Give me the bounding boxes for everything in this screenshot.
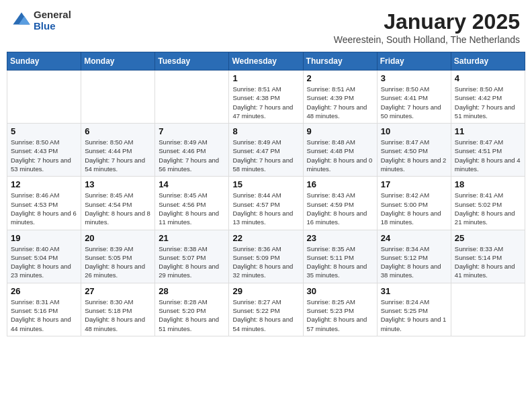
table-row: 5Sunrise: 8:50 AM Sunset: 4:43 PM Daylig…: [7, 124, 81, 177]
day-info: Sunrise: 8:31 AM Sunset: 5:16 PM Dayligh…: [11, 298, 77, 333]
table-row: 4Sunrise: 8:50 AM Sunset: 4:42 PM Daylig…: [451, 71, 525, 124]
day-number: 20: [85, 233, 151, 243]
day-info: Sunrise: 8:45 AM Sunset: 4:56 PM Dayligh…: [159, 191, 225, 226]
table-row: 20Sunrise: 8:39 AM Sunset: 5:05 PM Dayli…: [81, 230, 155, 283]
table-row: 6Sunrise: 8:50 AM Sunset: 4:44 PM Daylig…: [81, 124, 155, 177]
table-row: 19Sunrise: 8:40 AM Sunset: 5:04 PM Dayli…: [7, 230, 81, 283]
weekday-header-row: Sunday Monday Tuesday Wednesday Thursday…: [7, 52, 525, 71]
day-number: 5: [11, 126, 77, 136]
day-info: Sunrise: 8:28 AM Sunset: 5:20 PM Dayligh…: [159, 298, 225, 333]
day-number: 21: [159, 233, 225, 243]
day-number: 10: [381, 126, 447, 136]
logo-general-label: General: [34, 9, 71, 21]
table-row: 23Sunrise: 8:35 AM Sunset: 5:11 PM Dayli…: [303, 230, 377, 283]
day-info: Sunrise: 8:50 AM Sunset: 4:41 PM Dayligh…: [381, 85, 447, 120]
day-info: Sunrise: 8:50 AM Sunset: 4:42 PM Dayligh…: [455, 85, 521, 120]
table-row: 26Sunrise: 8:31 AM Sunset: 5:16 PM Dayli…: [7, 283, 81, 336]
table-row: 31Sunrise: 8:24 AM Sunset: 5:25 PM Dayli…: [377, 283, 451, 336]
day-number: 8: [232, 126, 299, 136]
day-number: 1: [232, 73, 299, 83]
day-info: Sunrise: 8:49 AM Sunset: 4:46 PM Dayligh…: [159, 138, 225, 173]
day-number: 26: [11, 286, 77, 296]
day-info: Sunrise: 8:38 AM Sunset: 5:07 PM Dayligh…: [159, 244, 225, 280]
day-info: Sunrise: 8:39 AM Sunset: 5:05 PM Dayligh…: [85, 244, 151, 280]
calendar-week-row: 26Sunrise: 8:31 AM Sunset: 5:16 PM Dayli…: [7, 283, 525, 336]
table-row: [7, 71, 81, 124]
day-info: Sunrise: 8:27 AM Sunset: 5:22 PM Dayligh…: [232, 298, 299, 333]
day-info: Sunrise: 8:42 AM Sunset: 5:00 PM Dayligh…: [381, 191, 447, 226]
day-number: 11: [455, 126, 521, 136]
day-info: Sunrise: 8:34 AM Sunset: 5:12 PM Dayligh…: [381, 244, 447, 280]
calendar-table: Sunday Monday Tuesday Wednesday Thursday…: [7, 52, 525, 336]
table-row: 28Sunrise: 8:28 AM Sunset: 5:20 PM Dayli…: [155, 283, 229, 336]
day-number: 15: [232, 179, 299, 189]
header-tuesday: Tuesday: [155, 52, 229, 71]
calendar-week-row: 19Sunrise: 8:40 AM Sunset: 5:04 PM Dayli…: [7, 230, 525, 283]
day-number: 13: [85, 179, 151, 189]
day-info: Sunrise: 8:44 AM Sunset: 4:57 PM Dayligh…: [232, 191, 299, 226]
day-number: 29: [232, 286, 299, 296]
day-info: Sunrise: 8:50 AM Sunset: 4:44 PM Dayligh…: [85, 138, 151, 173]
table-row: 18Sunrise: 8:41 AM Sunset: 5:02 PM Dayli…: [451, 177, 525, 230]
day-info: Sunrise: 8:48 AM Sunset: 4:48 PM Dayligh…: [307, 138, 373, 173]
day-number: 9: [307, 126, 373, 136]
day-info: Sunrise: 8:45 AM Sunset: 4:54 PM Dayligh…: [85, 191, 151, 226]
day-info: Sunrise: 8:51 AM Sunset: 4:39 PM Dayligh…: [307, 85, 373, 120]
table-row: 17Sunrise: 8:42 AM Sunset: 5:00 PM Dayli…: [377, 177, 451, 230]
day-number: 12: [11, 179, 77, 189]
day-info: Sunrise: 8:30 AM Sunset: 5:18 PM Dayligh…: [85, 298, 151, 333]
day-info: Sunrise: 8:35 AM Sunset: 5:11 PM Dayligh…: [307, 244, 373, 280]
table-row: 2Sunrise: 8:51 AM Sunset: 4:39 PM Daylig…: [303, 71, 377, 124]
day-number: 31: [381, 286, 447, 296]
day-info: Sunrise: 8:33 AM Sunset: 5:14 PM Dayligh…: [455, 244, 521, 280]
calendar-week-row: 1Sunrise: 8:51 AM Sunset: 4:38 PM Daylig…: [7, 71, 525, 124]
table-row: 8Sunrise: 8:49 AM Sunset: 4:47 PM Daylig…: [229, 124, 303, 177]
day-info: Sunrise: 8:41 AM Sunset: 5:02 PM Dayligh…: [455, 191, 521, 226]
header-sunday: Sunday: [7, 52, 81, 71]
day-number: 4: [455, 73, 521, 83]
logo-icon: [12, 11, 31, 30]
logo-text: General Blue: [34, 9, 71, 32]
day-info: Sunrise: 8:24 AM Sunset: 5:25 PM Dayligh…: [381, 298, 447, 333]
calendar-location: Weerestein, South Holland, The Netherlan…: [334, 34, 520, 45]
table-row: 21Sunrise: 8:38 AM Sunset: 5:07 PM Dayli…: [155, 230, 229, 283]
table-row: [155, 71, 229, 124]
day-info: Sunrise: 8:43 AM Sunset: 4:59 PM Dayligh…: [307, 191, 373, 226]
header-wednesday: Wednesday: [229, 52, 303, 71]
table-row: 24Sunrise: 8:34 AM Sunset: 5:12 PM Dayli…: [377, 230, 451, 283]
table-row: [81, 71, 155, 124]
logo: General Blue: [12, 9, 71, 32]
day-info: Sunrise: 8:36 AM Sunset: 5:09 PM Dayligh…: [232, 244, 299, 280]
table-row: 30Sunrise: 8:25 AM Sunset: 5:23 PM Dayli…: [303, 283, 377, 336]
calendar-week-row: 5Sunrise: 8:50 AM Sunset: 4:43 PM Daylig…: [7, 124, 525, 177]
day-number: 30: [307, 286, 373, 296]
header-friday: Friday: [377, 52, 451, 71]
day-number: 23: [307, 233, 373, 243]
table-row: 3Sunrise: 8:50 AM Sunset: 4:41 PM Daylig…: [377, 71, 451, 124]
calendar-title: January 2025: [334, 9, 520, 34]
table-row: 29Sunrise: 8:27 AM Sunset: 5:22 PM Dayli…: [229, 283, 303, 336]
table-row: 12Sunrise: 8:46 AM Sunset: 4:53 PM Dayli…: [7, 177, 81, 230]
day-info: Sunrise: 8:47 AM Sunset: 4:51 PM Dayligh…: [455, 138, 521, 173]
day-number: 14: [159, 179, 225, 189]
day-info: Sunrise: 8:51 AM Sunset: 4:38 PM Dayligh…: [232, 85, 299, 120]
day-number: 2: [307, 73, 373, 83]
table-row: [451, 283, 525, 336]
day-info: Sunrise: 8:50 AM Sunset: 4:43 PM Dayligh…: [11, 138, 77, 173]
day-number: 6: [85, 126, 151, 136]
day-info: Sunrise: 8:25 AM Sunset: 5:23 PM Dayligh…: [307, 298, 373, 333]
table-row: 13Sunrise: 8:45 AM Sunset: 4:54 PM Dayli…: [81, 177, 155, 230]
calendar-week-row: 12Sunrise: 8:46 AM Sunset: 4:53 PM Dayli…: [7, 177, 525, 230]
day-number: 18: [455, 179, 521, 189]
day-number: 19: [11, 233, 77, 243]
day-info: Sunrise: 8:49 AM Sunset: 4:47 PM Dayligh…: [232, 138, 299, 173]
day-number: 7: [159, 126, 225, 136]
table-row: 9Sunrise: 8:48 AM Sunset: 4:48 PM Daylig…: [303, 124, 377, 177]
table-row: 14Sunrise: 8:45 AM Sunset: 4:56 PM Dayli…: [155, 177, 229, 230]
table-row: 7Sunrise: 8:49 AM Sunset: 4:46 PM Daylig…: [155, 124, 229, 177]
header-monday: Monday: [81, 52, 155, 71]
table-row: 22Sunrise: 8:36 AM Sunset: 5:09 PM Dayli…: [229, 230, 303, 283]
day-number: 3: [381, 73, 447, 83]
day-info: Sunrise: 8:46 AM Sunset: 4:53 PM Dayligh…: [11, 191, 77, 226]
day-info: Sunrise: 8:47 AM Sunset: 4:50 PM Dayligh…: [381, 138, 447, 173]
